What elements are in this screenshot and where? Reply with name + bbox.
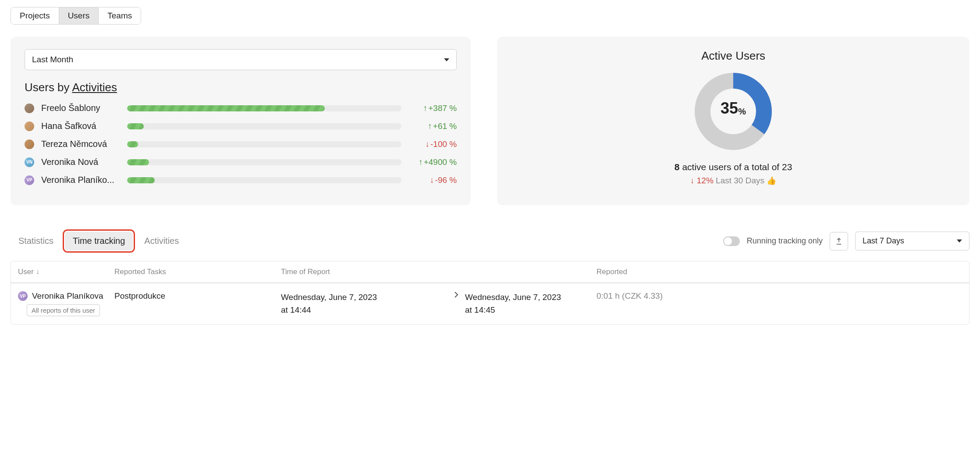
col-user[interactable]: User (18, 268, 114, 276)
user-activity-row: VPVeronika Planíko...-96 % (25, 175, 457, 185)
tab-users[interactable]: Users (59, 7, 99, 24)
activity-bar (127, 177, 401, 183)
chevron-down-icon (957, 239, 962, 243)
time-from: Wednesday, June 7, 2023at 14:44 (281, 291, 447, 316)
col-time[interactable]: Time of Report (281, 268, 447, 276)
running-only-toggle[interactable] (723, 236, 740, 246)
avatar (25, 139, 34, 149)
tab-projects[interactable]: Projects (11, 7, 59, 24)
user-name: Veronika Nová (41, 157, 120, 167)
date-range-value: Last 7 Days (863, 236, 904, 246)
tab-time-tracking[interactable]: Time tracking (65, 232, 133, 250)
chevron-right-icon (447, 291, 465, 298)
trend-value: +387 % (408, 104, 457, 113)
user-name: Freelo Šablony (41, 103, 120, 113)
user-activity-row: Hana Šafková+61 % (25, 121, 457, 131)
activities-link[interactable]: Activities (72, 81, 117, 94)
date-range-select[interactable]: Last 7 Days (855, 232, 969, 250)
period-select[interactable]: Last Month (25, 49, 457, 70)
user-activity-row: Freelo Šablony+387 % (25, 103, 457, 113)
trend-value: -100 % (408, 139, 457, 149)
col-reported[interactable]: Reported (597, 268, 962, 276)
col-tasks[interactable]: Reported Tasks (114, 268, 281, 276)
tab-statistics[interactable]: Statistics (11, 232, 61, 250)
trend-value: +61 % (408, 121, 457, 131)
dashboard-panels: Last Month Users by Activities Freelo Ša… (11, 37, 969, 205)
user-name: Veronika Planíkova (32, 291, 103, 301)
arrow-down-icon: ↓ (690, 176, 697, 185)
reported-duration: 0:01 h (CZK 4.33) (597, 291, 962, 301)
donut-chart: 35% (511, 70, 955, 153)
avatar (25, 121, 34, 131)
time-to: Wednesday, June 7, 2023at 14:45 (465, 291, 597, 316)
arrow-down-icon (430, 175, 434, 185)
arrow-up-icon (423, 104, 428, 113)
reports-toolbar: Statistics Time tracking Activities Runn… (11, 232, 969, 250)
table-body: VPVeronika PlaníkovaAll reports of this … (11, 283, 969, 324)
activity-bar (127, 105, 401, 111)
active-users-title: Active Users (511, 49, 955, 63)
period-select-value: Last Month (32, 55, 73, 64)
avatar: VP (18, 291, 28, 301)
arrow-down-icon (426, 139, 430, 149)
chevron-down-icon (444, 58, 449, 61)
avatar (25, 104, 34, 113)
top-tab-group: Projects Users Teams (11, 7, 141, 25)
user-name: Veronika Planíko... (41, 175, 120, 185)
thumbs-up-icon: 👍 (767, 176, 776, 185)
avatar: VP (25, 175, 34, 185)
trend-value: +4900 % (408, 157, 457, 167)
panel-title: Users by Activities (25, 81, 457, 94)
user-activity-list: Freelo Šablony+387 %Hana Šafková+61 %Ter… (25, 103, 457, 185)
running-only-label: Running tracking only (747, 236, 823, 246)
export-icon (835, 237, 843, 245)
active-users-trend: ↓ 12% Last 30 Days 👍 (511, 176, 955, 186)
reports-table: User Reported Tasks Time of Report Repor… (11, 261, 969, 325)
task-name: Postprodukce (114, 291, 281, 301)
all-reports-badge[interactable]: All reports of this user (27, 304, 100, 316)
activity-bar (127, 141, 401, 147)
table-header: User Reported Tasks Time of Report Repor… (11, 261, 969, 283)
tab-teams[interactable]: Teams (99, 7, 141, 24)
active-users-summary: 8 active users of a total of 23 (511, 162, 955, 172)
trend-value: -96 % (408, 175, 457, 185)
user-activity-row: VNVeronika Nová+4900 % (25, 157, 457, 167)
tab-activities[interactable]: Activities (136, 232, 187, 250)
activity-bar (127, 159, 401, 165)
toggle-knob (724, 237, 732, 245)
arrow-up-icon (428, 121, 432, 131)
toolbar-right: Running tracking only Last 7 Days (723, 232, 969, 250)
activity-bar (127, 123, 401, 129)
donut-value: 35 (721, 99, 738, 117)
reports-section: Statistics Time tracking Activities Runn… (11, 232, 969, 325)
user-activity-row: Tereza Němcová-100 % (25, 139, 457, 149)
users-by-activities-panel: Last Month Users by Activities Freelo Ša… (11, 37, 471, 205)
user-name: Hana Šafková (41, 121, 120, 131)
export-button[interactable] (830, 232, 848, 250)
svg-text:35%: 35% (721, 99, 746, 117)
sub-tab-group: Statistics Time tracking Activities (11, 232, 187, 250)
active-users-panel: Active Users 35% 8 active users of a tot… (497, 37, 969, 205)
table-row: VPVeronika PlaníkovaAll reports of this … (11, 283, 969, 324)
user-name: Tereza Němcová (41, 139, 120, 149)
arrow-up-icon (419, 157, 423, 167)
avatar: VN (25, 157, 34, 167)
